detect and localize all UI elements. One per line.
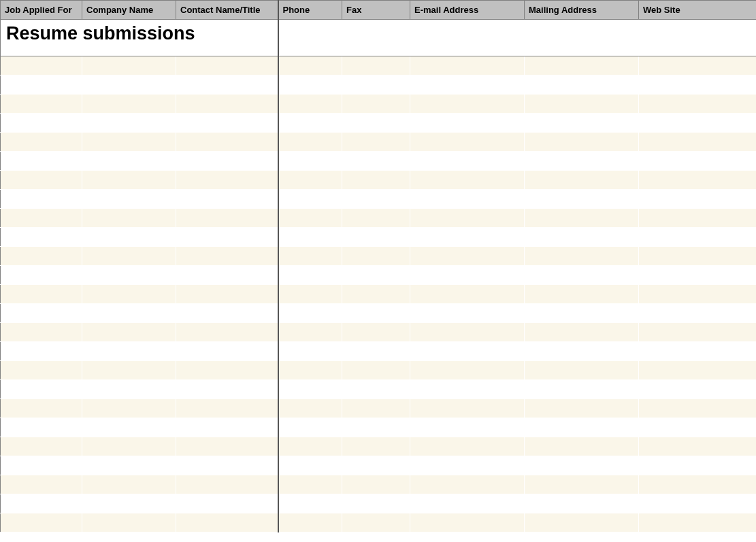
table-cell[interactable] (278, 399, 342, 418)
table-cell[interactable] (639, 456, 757, 475)
table-cell[interactable] (525, 75, 639, 95)
table-cell[interactable] (639, 133, 757, 152)
table-cell[interactable] (82, 114, 176, 133)
table-cell[interactable] (639, 361, 757, 380)
table-cell[interactable] (1, 456, 82, 475)
table-cell[interactable] (342, 266, 410, 285)
table-cell[interactable] (525, 361, 639, 380)
table-cell[interactable] (278, 152, 342, 171)
col-job-applied-for[interactable]: Job Applied For (1, 1, 82, 20)
table-cell[interactable] (410, 171, 525, 190)
table-cell[interactable] (342, 361, 410, 380)
table-cell[interactable] (278, 418, 342, 437)
col-fax[interactable]: Fax (342, 1, 410, 20)
table-cell[interactable] (410, 513, 525, 532)
table-cell[interactable] (278, 513, 342, 532)
table-cell[interactable] (278, 361, 342, 380)
table-cell[interactable] (342, 247, 410, 266)
table-cell[interactable] (342, 342, 410, 361)
table-cell[interactable] (1, 95, 82, 114)
table-cell[interactable] (278, 494, 342, 513)
table-cell[interactable] (1, 228, 82, 247)
table-cell[interactable] (278, 437, 342, 456)
table-cell[interactable] (342, 190, 410, 209)
table-cell[interactable] (342, 456, 410, 475)
table-cell[interactable] (176, 228, 278, 247)
table-cell[interactable] (639, 228, 757, 247)
table-cell[interactable] (342, 513, 410, 532)
table-cell[interactable] (639, 95, 757, 114)
table-cell[interactable] (342, 304, 410, 323)
table-cell[interactable] (176, 494, 278, 513)
table-cell[interactable] (410, 475, 525, 494)
table-cell[interactable] (410, 361, 525, 380)
table-cell[interactable] (410, 114, 525, 133)
table-cell[interactable] (1, 418, 82, 437)
table-cell[interactable] (176, 475, 278, 494)
table-cell[interactable] (525, 475, 639, 494)
table-cell[interactable] (82, 380, 176, 399)
table-cell[interactable] (525, 418, 639, 437)
table-cell[interactable] (525, 171, 639, 190)
table-cell[interactable] (525, 456, 639, 475)
col-email-address[interactable]: E-mail Address (410, 1, 525, 20)
table-cell[interactable] (342, 494, 410, 513)
col-company-name[interactable]: Company Name (82, 1, 176, 20)
table-cell[interactable] (82, 209, 176, 228)
table-cell[interactable] (410, 133, 525, 152)
table-cell[interactable] (82, 228, 176, 247)
table-cell[interactable] (1, 380, 82, 399)
table-cell[interactable] (525, 323, 639, 342)
table-cell[interactable] (639, 171, 757, 190)
table-cell[interactable] (410, 399, 525, 418)
table-cell[interactable] (82, 56, 176, 75)
table-cell[interactable] (1, 209, 82, 228)
table-cell[interactable] (278, 342, 342, 361)
table-cell[interactable] (278, 114, 342, 133)
table-cell[interactable] (82, 361, 176, 380)
table-cell[interactable] (342, 75, 410, 95)
table-cell[interactable] (1, 247, 82, 266)
table-cell[interactable] (278, 285, 342, 304)
table-cell[interactable] (278, 266, 342, 285)
table-cell[interactable] (82, 171, 176, 190)
table-cell[interactable] (176, 56, 278, 75)
table-cell[interactable] (1, 75, 82, 95)
table-cell[interactable] (1, 285, 82, 304)
table-cell[interactable] (176, 171, 278, 190)
table-cell[interactable] (278, 133, 342, 152)
table-cell[interactable] (639, 494, 757, 513)
table-cell[interactable] (176, 437, 278, 456)
table-cell[interactable] (176, 285, 278, 304)
table-cell[interactable] (525, 190, 639, 209)
table-cell[interactable] (639, 513, 757, 532)
table-cell[interactable] (342, 133, 410, 152)
table-cell[interactable] (278, 171, 342, 190)
table-cell[interactable] (410, 56, 525, 75)
table-cell[interactable] (525, 399, 639, 418)
table-cell[interactable] (639, 75, 757, 95)
table-cell[interactable] (1, 437, 82, 456)
table-cell[interactable] (278, 456, 342, 475)
table-cell[interactable] (410, 342, 525, 361)
table-cell[interactable] (82, 456, 176, 475)
table-cell[interactable] (176, 190, 278, 209)
table-cell[interactable] (639, 114, 757, 133)
table-cell[interactable] (410, 266, 525, 285)
table-cell[interactable] (410, 75, 525, 95)
col-web-site[interactable]: Web Site (639, 1, 757, 20)
table-cell[interactable] (82, 190, 176, 209)
table-cell[interactable] (82, 304, 176, 323)
table-cell[interactable] (1, 56, 82, 75)
table-cell[interactable] (176, 152, 278, 171)
table-cell[interactable] (410, 209, 525, 228)
table-cell[interactable] (639, 56, 757, 75)
table-cell[interactable] (639, 152, 757, 171)
table-cell[interactable] (639, 304, 757, 323)
table-cell[interactable] (639, 209, 757, 228)
table-cell[interactable] (410, 304, 525, 323)
table-cell[interactable] (176, 133, 278, 152)
table-cell[interactable] (525, 95, 639, 114)
table-cell[interactable] (639, 190, 757, 209)
table-cell[interactable] (342, 95, 410, 114)
